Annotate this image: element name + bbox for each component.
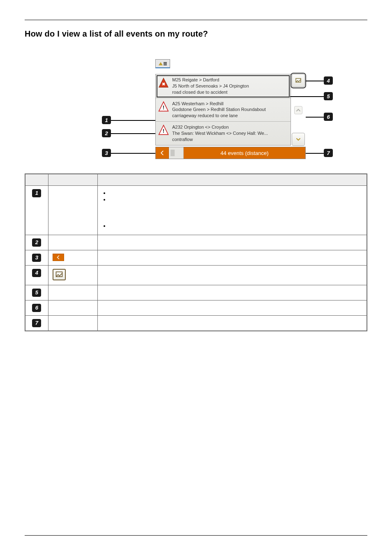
legend-badge: 4 — [32, 269, 41, 277]
callout-badge-5: 5 — [324, 92, 333, 100]
event-text: A25 Westerham > Redhill Godstone Green >… — [172, 101, 266, 119]
warning-icon — [159, 62, 163, 65]
list-icon — [164, 62, 167, 65]
events-list-panel: ✖ M25 Reigate > Dartford J5 North of Sev… — [155, 74, 291, 146]
callout-badge-7: 7 — [324, 149, 333, 157]
legend-badge: 7 — [32, 319, 41, 327]
svg-text:✖: ✖ — [162, 82, 165, 86]
legend-row: 7 — [25, 315, 367, 331]
legend-row: 3 — [25, 250, 367, 265]
svg-text:!: ! — [163, 104, 164, 111]
status-bar: 44 events (distance) — [155, 147, 306, 159]
event-row[interactable]: ✖ M25 Reigate > Dartford J5 North of Sev… — [156, 74, 291, 98]
callout-badge-3: 3 — [102, 149, 111, 157]
legend-badge: 3 — [32, 254, 41, 262]
progress-indicator — [169, 147, 184, 159]
callout-badge-1: 1 — [102, 116, 111, 124]
event-text: M25 Reigate > Dartford J5 North of Seven… — [172, 77, 249, 95]
legend-row: 2 — [25, 235, 367, 250]
event-row[interactable]: ! A232 Orpington <> Croydon The Swan: We… — [156, 122, 291, 145]
legend-badge: 1 — [32, 189, 41, 197]
show-on-map-icon — [53, 269, 66, 280]
legend-badge: 6 — [32, 304, 41, 312]
callout-badge-4: 4 — [324, 76, 333, 85]
status-text: 44 events (distance) — [184, 147, 305, 159]
events-diagram: ✖ M25 Reigate > Dartford J5 North of Sev… — [25, 59, 367, 166]
legend-row: 4 — [25, 265, 367, 285]
back-icon — [53, 254, 64, 261]
event-text: A232 Orpington <> Croydon The Swan: West… — [172, 124, 268, 143]
callout-badge-2: 2 — [102, 129, 111, 137]
legend-row: 6 — [25, 300, 367, 315]
legend-row: 5 — [25, 285, 367, 300]
legend-badge: 2 — [32, 238, 41, 247]
events-tab-button[interactable] — [155, 59, 170, 68]
callout-badge-6: 6 — [324, 113, 333, 121]
back-button[interactable] — [156, 147, 169, 159]
warning-icon: ! — [158, 101, 169, 112]
accident-icon: ✖ — [158, 77, 169, 88]
legend-badge: 5 — [32, 289, 41, 297]
legend-bullets — [102, 190, 363, 229]
page-heading: How do I view a list of all events on my… — [25, 29, 367, 39]
scroll-up-button[interactable] — [294, 106, 302, 114]
event-row[interactable]: ! A25 Westerham > Redhill Godstone Green… — [156, 98, 291, 122]
scroll-column — [291, 74, 306, 146]
warning-icon: ! — [158, 125, 169, 135]
scroll-down-button[interactable] — [292, 133, 305, 146]
show-on-map-button[interactable] — [292, 74, 305, 87]
svg-text:!: ! — [163, 128, 164, 134]
legend-row: 1 — [25, 185, 367, 235]
legend-table: 1 2 3 4 5 — [25, 173, 367, 331]
